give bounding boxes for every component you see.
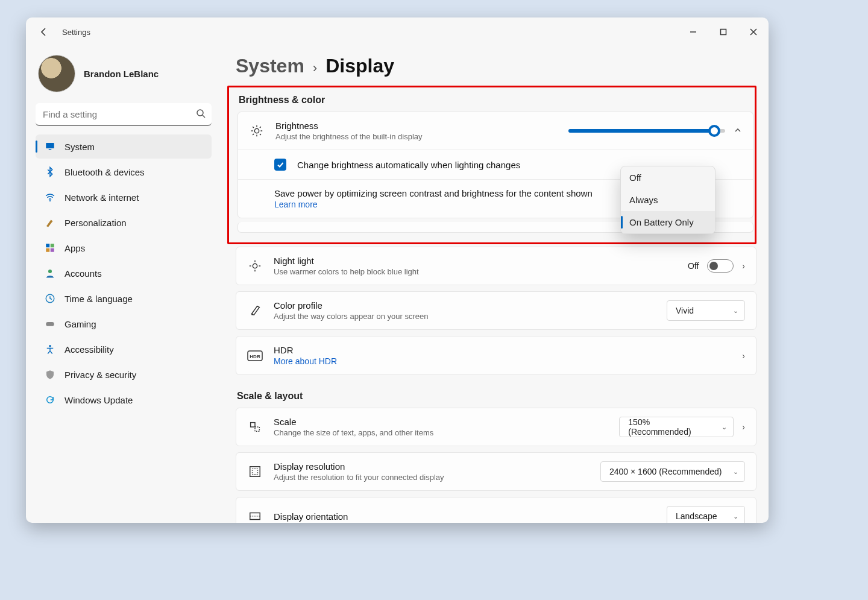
- resolution-card[interactable]: Display resolution Adjust the resolution…: [236, 452, 756, 491]
- sidebar-item-label: Personalization: [64, 218, 127, 228]
- night-light-title: Night light: [274, 256, 677, 266]
- account-block[interactable]: Brandon LeBlanc: [36, 51, 212, 103]
- hdr-link[interactable]: More about HDR: [274, 356, 731, 366]
- sidebar-item-label: System: [64, 142, 95, 152]
- svg-point-14: [49, 345, 51, 347]
- sidebar-item-system[interactable]: System: [36, 134, 212, 159]
- breadcrumb: System › Display: [236, 55, 756, 77]
- sidebar-item-label: Accounts: [64, 268, 102, 279]
- sidebar: Brandon LeBlanc SystemBluetooth & device…: [26, 46, 219, 523]
- color-profile-subtitle: Adjust the way colors appear on your scr…: [274, 312, 656, 321]
- brightness-slider[interactable]: [568, 129, 725, 133]
- sidebar-nav: SystemBluetooth & devicesNetwork & inter…: [36, 134, 212, 412]
- color-profile-value: Vivid: [676, 306, 694, 315]
- monitor-icon: [44, 141, 56, 152]
- scale-card[interactable]: Scale Change the size of text, apps, and…: [236, 408, 756, 446]
- scale-icon: [247, 420, 263, 434]
- night-light-subtitle: Use warmer colors to help block blue lig…: [274, 267, 677, 276]
- dropdown-option[interactable]: Always: [621, 189, 715, 211]
- scale-layout-heading: Scale & layout: [237, 391, 755, 402]
- sidebar-item-label: Accessibility: [64, 344, 114, 355]
- sidebar-item-windows-update[interactable]: Windows Update: [36, 388, 212, 412]
- chevron-down-icon: ⌄: [733, 468, 738, 476]
- maximize-button[interactable]: [708, 17, 738, 46]
- svg-text:HDR: HDR: [250, 354, 260, 359]
- chevron-right-icon[interactable]: ›: [742, 351, 745, 361]
- dropdown-option[interactable]: Off: [621, 166, 715, 189]
- resolution-subtitle: Adjust the resolution to fit your connec…: [274, 473, 590, 482]
- sidebar-item-accounts[interactable]: Accounts: [36, 261, 212, 285]
- hdr-icon: HDR: [247, 350, 263, 361]
- chevron-right-icon[interactable]: ›: [742, 261, 745, 271]
- sidebar-item-label: Privacy & security: [64, 370, 136, 380]
- night-light-toggle[interactable]: [707, 259, 734, 273]
- svg-rect-33: [255, 427, 259, 431]
- breadcrumb-parent[interactable]: System: [236, 55, 304, 77]
- main-content: System › Display Brightness & color Brig…: [219, 46, 769, 523]
- sidebar-item-label: Gaming: [64, 319, 96, 329]
- chevron-right-icon[interactable]: ›: [742, 422, 745, 432]
- svg-point-11: [48, 270, 52, 273]
- hdr-title: HDR: [274, 345, 731, 355]
- svg-line-23: [260, 127, 261, 128]
- resolution-select[interactable]: 2400 × 1600 (Recommended) ⌄: [600, 461, 745, 482]
- close-button[interactable]: [738, 17, 769, 46]
- resolution-icon: [247, 465, 263, 478]
- sidebar-item-apps[interactable]: Apps: [36, 236, 212, 260]
- color-profile-card[interactable]: Color profile Adjust the way colors appe…: [236, 291, 756, 330]
- brightness-subtitle: Adjust the brightness of the built-in di…: [275, 132, 558, 141]
- hdr-card[interactable]: HDR HDR More about HDR ›: [236, 336, 756, 375]
- svg-rect-13: [46, 322, 54, 326]
- collapse-icon[interactable]: [734, 126, 742, 136]
- back-button[interactable]: [33, 21, 55, 43]
- svg-rect-8: [51, 244, 54, 247]
- brightness-color-heading: Brightness & color: [239, 95, 752, 106]
- sidebar-item-label: Bluetooth & devices: [64, 167, 145, 177]
- window-title: Settings: [62, 28, 90, 37]
- sidebar-item-label: Time & language: [64, 294, 133, 304]
- sidebar-item-network-internet[interactable]: Network & internet: [36, 185, 212, 209]
- svg-rect-7: [46, 244, 49, 247]
- brightness-title: Brightness: [275, 121, 558, 131]
- orientation-select[interactable]: Landscape ⌄: [667, 506, 745, 523]
- sidebar-item-personalization[interactable]: Personalization: [36, 210, 212, 235]
- person-icon: [44, 268, 56, 279]
- sidebar-item-label: Apps: [64, 243, 85, 253]
- night-light-card[interactable]: Night light Use warmer colors to help bl…: [236, 247, 756, 285]
- dropdown-option[interactable]: On Battery Only: [621, 211, 715, 233]
- svg-rect-4: [46, 143, 54, 148]
- color-profile-icon: [247, 304, 263, 317]
- titlebar: Settings: [26, 17, 769, 46]
- resolution-value: 2400 × 1600 (Recommended): [609, 467, 722, 476]
- search-input[interactable]: [36, 103, 212, 126]
- sidebar-item-gaming[interactable]: Gaming: [36, 312, 212, 336]
- minimize-button[interactable]: [678, 17, 708, 46]
- svg-rect-1: [721, 30, 726, 35]
- sidebar-item-accessibility[interactable]: Accessibility: [36, 337, 212, 361]
- sidebar-item-time-language[interactable]: Time & language: [36, 286, 212, 311]
- svg-line-22: [253, 134, 254, 135]
- search-box[interactable]: [36, 103, 212, 126]
- orientation-card[interactable]: Display orientation Landscape ⌄: [236, 497, 756, 523]
- color-profile-select[interactable]: Vivid ⌄: [667, 300, 745, 321]
- brush-icon: [44, 217, 56, 228]
- scale-select[interactable]: 150% (Recommended) ⌄: [619, 417, 734, 437]
- auto-brightness-checkbox[interactable]: [274, 159, 286, 171]
- svg-line-3: [203, 115, 205, 118]
- access-icon: [44, 344, 56, 355]
- chevron-down-icon: ⌄: [733, 513, 738, 520]
- sidebar-item-bluetooth-devices[interactable]: Bluetooth & devices: [36, 160, 212, 184]
- brightness-row: Brightness Adjust the brightness of the …: [238, 112, 753, 150]
- content-adaptive-dropdown[interactable]: OffAlwaysOn Battery Only: [620, 166, 715, 234]
- svg-rect-34: [250, 467, 260, 477]
- svg-rect-9: [46, 248, 49, 252]
- svg-line-21: [260, 134, 261, 135]
- svg-point-2: [197, 110, 203, 116]
- night-light-state: Off: [688, 261, 699, 271]
- sidebar-item-privacy-security[interactable]: Privacy & security: [36, 362, 212, 387]
- svg-line-20: [253, 127, 254, 128]
- clock-icon: [44, 293, 56, 304]
- orientation-value: Landscape: [676, 511, 717, 521]
- svg-point-6: [49, 200, 51, 201]
- night-light-icon: [247, 259, 263, 273]
